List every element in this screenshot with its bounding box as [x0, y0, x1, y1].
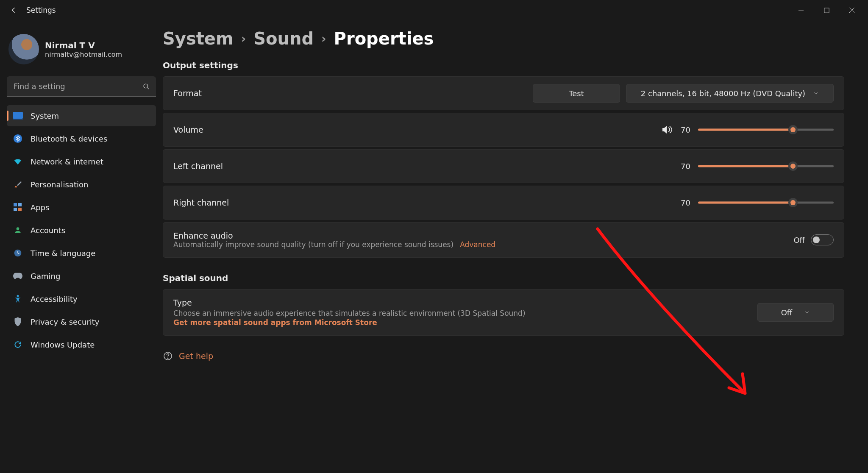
nav-label: Gaming: [31, 272, 60, 281]
format-dropdown[interactable]: 2 channels, 16 bit, 48000 Hz (DVD Qualit…: [626, 84, 834, 103]
nav-label: Apps: [31, 203, 50, 212]
search-icon: [142, 83, 150, 90]
spatial-type-selected: Off: [781, 308, 793, 317]
test-button[interactable]: Test: [533, 84, 620, 103]
minimize-icon: [798, 7, 804, 13]
chevron-right-icon: ›: [241, 32, 246, 46]
enhance-advanced-link[interactable]: Advanced: [460, 240, 495, 249]
search-wrap: [7, 76, 156, 97]
left-channel-slider[interactable]: [698, 163, 834, 169]
right-channel-slider[interactable]: [698, 200, 834, 206]
left-channel-value: 70: [681, 162, 690, 171]
breadcrumb: System › Sound › Properties: [163, 29, 844, 48]
profile-name: Nirmal T V: [45, 40, 122, 50]
nav-network[interactable]: Network & internet: [7, 151, 156, 172]
nav-gaming[interactable]: Gaming: [7, 265, 156, 287]
nav: System Bluetooth & devices Network & int…: [7, 105, 156, 355]
apps-icon: [13, 202, 23, 212]
window-maximize[interactable]: [814, 2, 839, 19]
nav-apps[interactable]: Apps: [7, 197, 156, 218]
profile-section[interactable]: Nirmal T V nirmaltv@hotmail.com: [7, 25, 156, 76]
svg-point-9: [17, 227, 19, 230]
left-channel-row: Left channel 70: [163, 149, 844, 183]
chevron-right-icon: ›: [321, 32, 326, 46]
svg-rect-6: [18, 203, 22, 206]
svg-rect-7: [14, 208, 17, 211]
svg-rect-8: [18, 208, 22, 211]
spatial-type-dropdown[interactable]: Off: [757, 303, 834, 322]
nav-label: Personalisation: [31, 180, 88, 189]
output-settings-title: Output settings: [163, 60, 844, 70]
svg-point-11: [17, 295, 19, 297]
right-channel-label: Right channel: [173, 198, 229, 207]
nav-personalisation[interactable]: Personalisation: [7, 174, 156, 195]
spatial-type-sub: Choose an immersive audio experience tha…: [173, 309, 526, 317]
sidebar: Nirmal T V nirmaltv@hotmail.com System B…: [0, 20, 163, 473]
nav-accounts[interactable]: Accounts: [7, 220, 156, 241]
svg-rect-2: [13, 112, 23, 119]
spatial-sound-title: Spatial sound: [163, 273, 844, 283]
volume-label: Volume: [173, 125, 203, 134]
volume-row: Volume 70: [163, 113, 844, 147]
format-label: Format: [173, 89, 202, 98]
back-button[interactable]: [3, 0, 24, 20]
nav-label: Privacy & security: [31, 317, 100, 326]
nav-label: System: [31, 111, 59, 120]
close-icon: [849, 7, 855, 13]
enhance-toggle[interactable]: [811, 234, 834, 245]
nav-time-language[interactable]: Time & language: [7, 242, 156, 264]
format-row: Format Test 2 channels, 16 bit, 48000 Hz…: [163, 76, 844, 110]
right-channel-row: Right channel 70: [163, 186, 844, 220]
nav-windows-update[interactable]: Windows Update: [7, 334, 156, 355]
spatial-type-label: Type: [173, 298, 526, 307]
chevron-down-icon: [813, 90, 819, 96]
clock-icon: [13, 248, 23, 258]
svg-point-1: [144, 84, 148, 88]
nav-accessibility[interactable]: Accessibility: [7, 288, 156, 309]
bluetooth-icon: [13, 134, 23, 144]
breadcrumb-sound[interactable]: Sound: [253, 29, 314, 48]
nav-label: Bluetooth & devices: [31, 134, 107, 143]
person-icon: [13, 225, 23, 235]
breadcrumb-system[interactable]: System: [163, 29, 234, 48]
chevron-down-icon: [804, 309, 810, 315]
accessibility-icon: [13, 294, 23, 304]
get-help-link[interactable]: Get help: [163, 351, 844, 361]
svg-point-13: [167, 358, 168, 359]
help-icon: [163, 351, 173, 361]
enhance-sub: Automatically improve sound quality (tur…: [173, 240, 453, 249]
nav-label: Network & internet: [31, 157, 103, 166]
nav-system[interactable]: System: [7, 105, 156, 126]
arrow-left-icon: [9, 6, 18, 14]
app-title: Settings: [26, 6, 56, 14]
spatial-type-row: Type Choose an immersive audio experienc…: [163, 289, 844, 336]
breadcrumb-current: Properties: [334, 29, 434, 48]
avatar: [8, 34, 39, 64]
nav-label: Accounts: [31, 226, 65, 235]
spatial-store-link[interactable]: Get more spatial sound apps from Microso…: [173, 318, 526, 327]
right-channel-value: 70: [681, 198, 690, 207]
update-icon: [13, 339, 23, 350]
enhance-label: Enhance audio: [173, 231, 495, 240]
nav-label: Accessibility: [31, 295, 78, 303]
format-selected: 2 channels, 16 bit, 48000 Hz (DVD Qualit…: [641, 89, 805, 98]
nav-privacy[interactable]: Privacy & security: [7, 311, 156, 332]
window-close[interactable]: [839, 2, 865, 19]
titlebar: Settings: [0, 0, 868, 20]
main: System › Sound › Properties Output setti…: [163, 20, 868, 473]
volume-slider[interactable]: [698, 127, 834, 133]
gamepad-icon: [13, 271, 23, 281]
search-input[interactable]: [7, 76, 156, 97]
maximize-icon: [824, 8, 829, 13]
enhance-state: Off: [793, 236, 805, 245]
monitor-icon: [13, 111, 23, 121]
shield-icon: [13, 317, 23, 327]
enhance-audio-row: Enhance audio Automatically improve soun…: [163, 222, 844, 258]
wifi-icon: [13, 156, 23, 167]
window-minimize[interactable]: [788, 2, 814, 19]
get-help-label: Get help: [179, 351, 213, 361]
svg-rect-3: [13, 119, 23, 120]
nav-bluetooth[interactable]: Bluetooth & devices: [7, 128, 156, 149]
left-channel-label: Left channel: [173, 161, 223, 171]
volume-value: 70: [681, 125, 690, 134]
